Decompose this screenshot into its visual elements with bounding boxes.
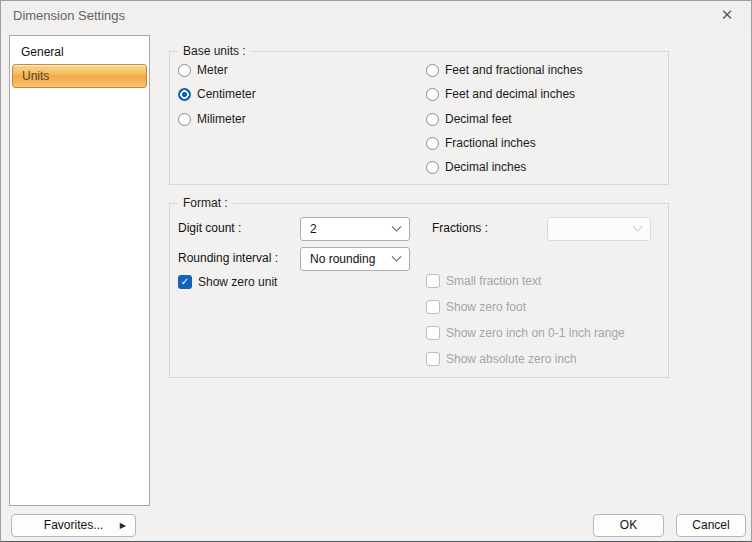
dialog-title: Dimension Settings [13, 1, 125, 31]
radio-label: Feet and fractional inches [445, 63, 582, 77]
radio-milimeter[interactable]: Milimeter [178, 112, 246, 126]
checkbox-checked-icon: ✓ [178, 275, 192, 289]
radio-icon [426, 113, 439, 126]
ok-button[interactable]: OK [593, 514, 664, 537]
radio-label: Centimeter [197, 87, 256, 101]
rounding-interval-label: Rounding interval : [178, 251, 278, 265]
rounding-interval-value: No rounding [310, 252, 375, 266]
sidebar-item-general[interactable]: General [10, 40, 149, 64]
radio-fractional-inches[interactable]: Fractional inches [426, 136, 536, 150]
checkbox-icon [426, 274, 440, 288]
base-units-legend: Base units : [178, 44, 251, 58]
checkbox-icon [426, 300, 440, 314]
show-absolute-zero-inch-checkbox: Show absolute zero inch [426, 352, 577, 366]
radio-decimal-feet[interactable]: Decimal feet [426, 112, 512, 126]
radio-decimal-inches[interactable]: Decimal inches [426, 160, 526, 174]
radio-centimeter[interactable]: Centimeter [178, 87, 256, 101]
radio-icon [426, 64, 439, 77]
radio-label: Milimeter [197, 112, 246, 126]
radio-icon [426, 137, 439, 150]
dimension-settings-dialog: Dimension Settings ✕ General Units Base … [0, 0, 752, 542]
radio-label: Decimal inches [445, 160, 526, 174]
radio-label: Decimal feet [445, 112, 512, 126]
cancel-button[interactable]: Cancel [676, 514, 746, 537]
format-group: Format : Digit count : 2 Fractions : Rou… [169, 203, 669, 378]
sidebar-item-units[interactable]: Units [12, 64, 147, 88]
radio-feet-fractional-inches[interactable]: Feet and fractional inches [426, 63, 582, 77]
radio-icon [178, 64, 191, 77]
digit-count-dropdown[interactable]: 2 [300, 217, 410, 241]
checkbox-label: Show absolute zero inch [446, 352, 577, 366]
close-icon[interactable]: ✕ [709, 1, 745, 31]
favorites-button[interactable]: Favorites... ▶ [11, 514, 136, 537]
format-legend: Format : [178, 196, 233, 210]
digit-count-label: Digit count : [178, 221, 241, 235]
show-zero-foot-checkbox: Show zero foot [426, 300, 526, 314]
arrow-right-icon: ▶ [120, 522, 126, 530]
title-bar: Dimension Settings ✕ [1, 1, 751, 31]
radio-icon [426, 88, 439, 101]
checkbox-label: Small fraction text [446, 274, 541, 288]
digit-count-value: 2 [310, 222, 317, 236]
checkbox-label: Show zero unit [198, 275, 277, 289]
show-zero-unit-checkbox[interactable]: ✓ Show zero unit [178, 275, 277, 289]
checkbox-label: Show zero inch on 0-1 inch range [446, 326, 625, 340]
chevron-down-icon [392, 251, 402, 261]
radio-label: Fractional inches [445, 136, 536, 150]
chevron-down-icon [392, 221, 402, 231]
rounding-interval-dropdown[interactable]: No rounding [300, 247, 410, 271]
checkbox-icon [426, 352, 440, 366]
radio-label: Meter [197, 63, 228, 77]
show-zero-inch-range-checkbox: Show zero inch on 0-1 inch range [426, 326, 625, 340]
radio-icon [178, 113, 191, 126]
favorites-label: Favorites... [44, 518, 103, 532]
fractions-label: Fractions : [432, 221, 488, 235]
fractions-dropdown [547, 217, 651, 241]
radio-checked-icon [178, 88, 191, 101]
checkbox-label: Show zero foot [446, 300, 526, 314]
radio-label: Feet and decimal inches [445, 87, 575, 101]
radio-meter[interactable]: Meter [178, 63, 228, 77]
radio-icon [426, 161, 439, 174]
base-units-group: Base units : Meter Centimeter Milimeter … [169, 51, 669, 185]
chevron-down-icon [633, 221, 643, 231]
radio-feet-decimal-inches[interactable]: Feet and decimal inches [426, 87, 575, 101]
checkbox-icon [426, 326, 440, 340]
small-fraction-text-checkbox: Small fraction text [426, 274, 541, 288]
category-sidebar: General Units [9, 35, 150, 506]
